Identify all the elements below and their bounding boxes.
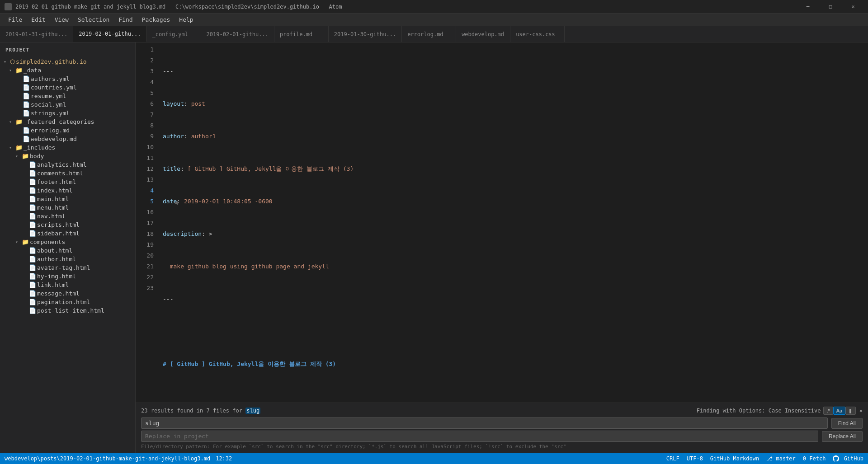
- file-sidebar-label: sidebar.html: [37, 230, 80, 237]
- includes-arrow: ▾: [9, 145, 15, 150]
- yaml-key-layout: layout: [163, 100, 184, 107]
- status-line-ending[interactable]: CRLF: [666, 455, 679, 462]
- line-num-21: 21: [136, 261, 154, 272]
- code-line-1: ---: [163, 66, 863, 77]
- file-footer[interactable]: 📄 footer.html: [0, 178, 135, 186]
- line-num-7: 7: [136, 109, 154, 120]
- tab-2-label: 2019-02-01-githu...: [79, 31, 141, 37]
- maximize-button[interactable]: □: [820, 0, 841, 14]
- file-hy-img[interactable]: 📄 hy-img.html: [0, 272, 135, 281]
- folder-featured[interactable]: ▾ 📁 _featured_categories: [0, 117, 135, 126]
- line-num-17: 17: [136, 218, 154, 229]
- menubar: File Edit View Selection Find Packages H…: [0, 14, 868, 26]
- regex-option-button[interactable]: .*: [823, 407, 833, 415]
- status-time[interactable]: 12:32: [216, 455, 232, 462]
- menu-packages[interactable]: Packages: [137, 14, 175, 25]
- find-search-term-badge: slug: [245, 408, 260, 414]
- find-all-button[interactable]: Find All: [831, 418, 863, 429]
- folder-body[interactable]: ▾ 📁 body: [0, 152, 135, 160]
- folder-data[interactable]: ▾ 📁 _data: [0, 66, 135, 75]
- file-post-list-item[interactable]: 📄 post-list-item.html: [0, 306, 135, 315]
- file-message-label: message.html: [37, 290, 80, 297]
- file-message[interactable]: 📄 message.html: [0, 289, 135, 298]
- folder-includes[interactable]: ▾ 📁 _includes: [0, 143, 135, 152]
- root-folder-icon: ⬡: [10, 58, 15, 65]
- line-num-9: 9: [136, 131, 154, 142]
- line-num-3: 3: [136, 66, 154, 77]
- minimize-button[interactable]: ─: [797, 0, 818, 14]
- replace-all-button[interactable]: Replace All: [822, 431, 863, 442]
- find-input-row: Find All: [141, 417, 863, 429]
- replace-input-row: Replace All: [141, 431, 863, 442]
- file-scripts[interactable]: 📄 scripts.html: [0, 220, 135, 229]
- file-main[interactable]: 📄 main.html: [0, 195, 135, 203]
- line-numbers: 1 2 3 4 5 6 7 8 9 10 11 12 13 4 5 16 17 …: [136, 42, 158, 403]
- menu-selection[interactable]: Selection: [73, 14, 114, 25]
- status-encoding[interactable]: UTF-8: [687, 455, 703, 462]
- status-git-branch[interactable]: ⎇ master: [766, 455, 796, 462]
- fold-arrow[interactable]: ◀: [174, 199, 178, 206]
- file-social[interactable]: 📄 social.yml: [0, 100, 135, 109]
- file-icon-19: 📄: [29, 264, 36, 271]
- find-search-input[interactable]: [141, 417, 828, 429]
- file-link[interactable]: 📄 link.html: [0, 281, 135, 289]
- status-fetch[interactable]: 0 Fetch: [803, 455, 826, 462]
- file-errorlog[interactable]: 📄 errorlog.md: [0, 126, 135, 135]
- tab-2[interactable]: 2019-02-01-githu...: [73, 26, 146, 42]
- file-avatar-tag[interactable]: 📄 avatar-tag.html: [0, 263, 135, 272]
- menu-view[interactable]: View: [50, 14, 73, 25]
- tab-6[interactable]: 2019-01-30-githu...: [329, 26, 402, 42]
- yaml-key-desc: description: [163, 230, 202, 237]
- file-icon-17: 📄: [29, 247, 36, 254]
- body-folder-icon: 📁: [22, 153, 29, 159]
- statusbar: webdevelop\posts\2019-02-01-github-make-…: [0, 453, 868, 464]
- menu-file[interactable]: File: [4, 14, 27, 25]
- folder-components[interactable]: ▾ 📁 components: [0, 238, 135, 246]
- case-option-button[interactable]: Aa: [833, 407, 845, 415]
- code-lines[interactable]: --- layout: post author: author1 title: …: [158, 42, 868, 403]
- sidebar-root[interactable]: ▾ ⬡ simpled2ev.github.io: [0, 57, 135, 66]
- line-num-15: 5: [136, 196, 154, 207]
- whole-word-option-button[interactable]: |||: [845, 407, 856, 415]
- file-pagination[interactable]: 📄 pagination.html: [0, 298, 135, 306]
- find-close-button[interactable]: ✕: [859, 408, 863, 414]
- file-countries[interactable]: 📄 countries.yml: [0, 83, 135, 92]
- line-num-10: 10: [136, 142, 154, 153]
- file-comments[interactable]: 📄 comments.html: [0, 169, 135, 178]
- tab-9[interactable]: user-css.css: [510, 26, 565, 42]
- components-arrow: ▾: [15, 239, 22, 244]
- file-sidebar[interactable]: 📄 sidebar.html: [0, 229, 135, 238]
- code-line-3: author: author1: [163, 131, 863, 142]
- file-icon-11: 📄: [29, 187, 36, 194]
- file-nav[interactable]: 📄 nav.html: [0, 212, 135, 220]
- close-button[interactable]: ✕: [843, 0, 863, 14]
- tab-8[interactable]: webdevelop.md: [456, 26, 510, 42]
- editor-content[interactable]: 1 2 3 4 5 6 7 8 9 10 11 12 13 4 5 16 17 …: [136, 42, 868, 403]
- app-icon: [5, 3, 12, 10]
- menu-help[interactable]: Help: [175, 14, 198, 25]
- file-about[interactable]: 📄 about.html: [0, 246, 135, 255]
- status-github[interactable]: GitHub: [833, 455, 863, 462]
- status-syntax[interactable]: GitHub Markdown: [710, 455, 759, 462]
- tab-7[interactable]: errorlog.md: [402, 26, 456, 42]
- file-webdevelop[interactable]: 📄 webdevelop.md: [0, 135, 135, 143]
- file-scripts-label: scripts.html: [37, 221, 80, 228]
- tab-3[interactable]: _config.yml: [147, 26, 201, 42]
- file-strings[interactable]: 📄 strings.yml: [0, 109, 135, 117]
- tab-4[interactable]: 2019-02-01-githu...: [201, 26, 274, 42]
- status-filepath[interactable]: webdevelop\posts\2019-02-01-github-make-…: [5, 455, 210, 462]
- file-menu[interactable]: 📄 menu.html: [0, 203, 135, 212]
- components-label: components: [30, 239, 65, 245]
- file-icon-14: 📄: [29, 213, 36, 220]
- menu-find[interactable]: Find: [114, 14, 137, 25]
- tab-1[interactable]: 2019-01-31-githu...: [0, 26, 73, 42]
- file-index[interactable]: 📄 index.html: [0, 186, 135, 195]
- tab-5[interactable]: profile.md: [274, 26, 329, 42]
- window-controls: ─ □ ✕: [797, 0, 863, 14]
- file-author[interactable]: 📄 author.html: [0, 255, 135, 263]
- menu-edit[interactable]: Edit: [27, 14, 50, 25]
- file-resume[interactable]: 📄 resume.yml: [0, 92, 135, 100]
- file-authors[interactable]: 📄 authors.yml: [0, 75, 135, 83]
- replace-input[interactable]: [141, 431, 818, 442]
- file-analytics[interactable]: 📄 analytics.html: [0, 160, 135, 169]
